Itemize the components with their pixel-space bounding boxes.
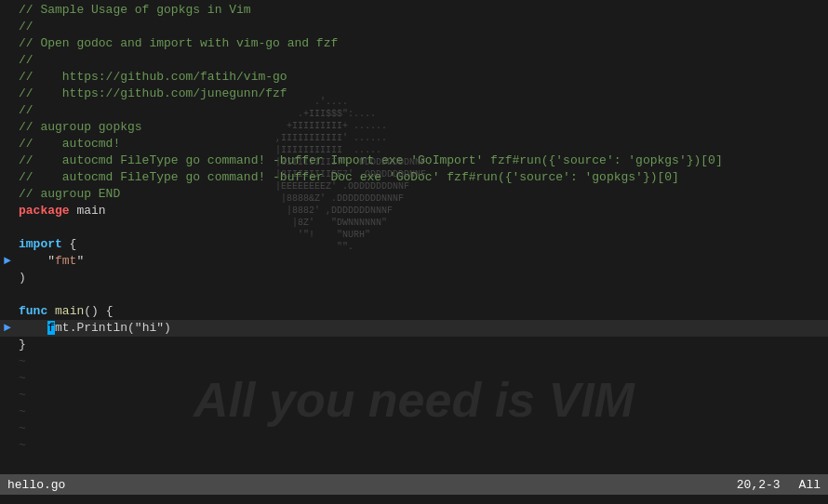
line-content: ~ (19, 437, 824, 454)
line-content (19, 286, 824, 303)
line-content: // (19, 52, 824, 69)
line-15: import { (0, 236, 828, 253)
line-1: // Sample Usage of gopkgs in Vim (0, 2, 828, 19)
line-18 (0, 286, 828, 303)
line-10: // autocmd FileType go command! -buffer … (0, 153, 828, 169)
line-content: ~ (19, 404, 824, 420)
line-21: } (0, 337, 828, 353)
line-11: // autocmd FileType go command! -buffer … (0, 169, 828, 186)
status-scroll: All (799, 478, 821, 492)
line-indicator: ► (4, 320, 19, 337)
statusbar: hello.go 20,2-3 All (0, 474, 828, 495)
line-13: package main (0, 203, 828, 219)
line-tilde-3: ~ (0, 387, 828, 404)
line-content: // https://github.com/junegunn/fzf (19, 86, 824, 102)
status-filename: hello.go (7, 478, 65, 492)
line-2: // (0, 19, 828, 35)
line-content: ~ (19, 387, 824, 404)
line-content: } (19, 337, 824, 353)
code-area: // Sample Usage of gopkgs in Vim // // O… (0, 0, 828, 456)
line-17: ) (0, 270, 828, 286)
line-content: fmt.Println("hi") (19, 320, 824, 337)
line-content (19, 219, 824, 236)
line-7: // (0, 102, 828, 119)
line-5: // https://github.com/fatih/vim-go (0, 69, 828, 86)
line-content: // autocmd FileType go command! -buffer … (19, 153, 824, 169)
line-content: // autocmd! (19, 136, 824, 153)
line-content: // Open godoc and import with vim-go and… (19, 35, 824, 52)
line-content: // autocmd FileType go command! -buffer … (19, 169, 824, 186)
line-tilde-5: ~ (0, 420, 828, 437)
line-tilde-1: ~ (0, 353, 828, 370)
line-content: ~ (19, 353, 824, 370)
line-tilde-2: ~ (0, 370, 828, 387)
line-12: // augroup END (0, 186, 828, 203)
status-right: 20,2-3 All (737, 478, 821, 492)
line-tilde-6: ~ (0, 437, 828, 454)
line-3: // Open godoc and import with vim-go and… (0, 35, 828, 52)
line-content: ) (19, 270, 824, 286)
line-content: func main() { (19, 303, 824, 320)
line-content: package main (19, 203, 824, 219)
line-4: // (0, 52, 828, 69)
line-9: // autocmd! (0, 136, 828, 153)
line-content: // (19, 102, 824, 119)
line-content: "fmt" (19, 253, 824, 270)
line-content: // https://github.com/fatih/vim-go (19, 69, 824, 86)
line-content: import { (19, 236, 824, 253)
line-20-cursor: ► fmt.Println("hi") (0, 320, 828, 337)
line-content: ~ (19, 370, 824, 387)
line-8: // augroup gopkgs (0, 119, 828, 136)
editor: // Sample Usage of gopkgs in Vim // // O… (0, 0, 828, 474)
line-16: ► "fmt" (0, 253, 828, 270)
line-content: ~ (19, 420, 824, 437)
line-content: // augroup gopkgs (19, 119, 824, 136)
line-content: // (19, 19, 824, 35)
line-tilde-4: ~ (0, 404, 828, 420)
line-content: // augroup END (19, 186, 824, 203)
status-position: 20,2-3 (737, 478, 781, 492)
line-content: // Sample Usage of gopkgs in Vim (19, 2, 824, 19)
line-indicator: ► (4, 253, 19, 270)
line-14 (0, 219, 828, 236)
line-19: func main() { (0, 303, 828, 320)
line-6: // https://github.com/junegunn/fzf (0, 86, 828, 102)
